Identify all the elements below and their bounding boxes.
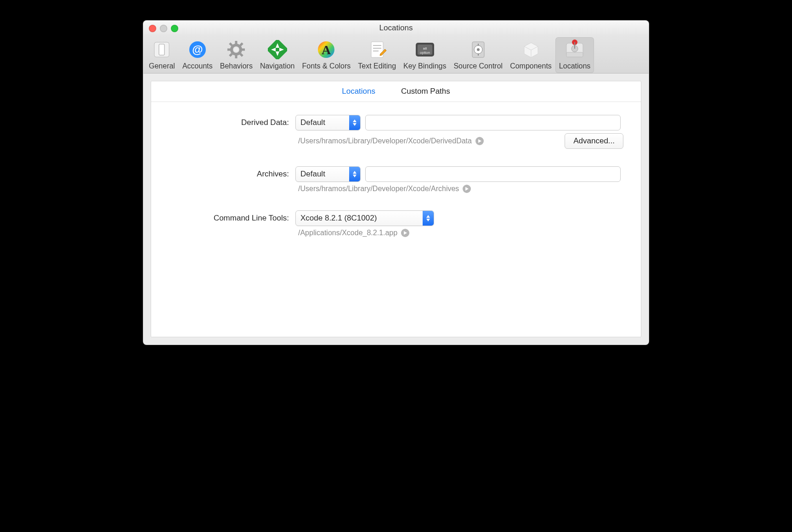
archives-path: /Users/hramos/Library/Developer/Xcode/Ar… xyxy=(295,185,621,193)
svg-point-32 xyxy=(477,48,480,51)
svg-line-9 xyxy=(230,43,232,45)
fontcolor-icon: A xyxy=(316,39,337,60)
svg-marker-44 xyxy=(478,139,481,143)
close-window-button[interactable] xyxy=(149,25,156,32)
popup-stepper-icon xyxy=(349,115,360,130)
archives-pathline: /Users/hramos/Library/Developer/Xcode/Ar… xyxy=(166,185,626,193)
toolbar-navigation[interactable]: Navigation xyxy=(256,37,299,73)
svg-text:@: @ xyxy=(192,43,203,56)
toolbar-accounts[interactable]: @ Accounts xyxy=(179,37,216,73)
svg-marker-49 xyxy=(426,219,430,221)
archives-popup[interactable]: Default xyxy=(295,166,361,182)
toolbar-source-control[interactable]: Source Control xyxy=(450,37,506,73)
subtab-locations[interactable]: Locations xyxy=(342,87,375,96)
toolbar-locations[interactable]: Locations xyxy=(555,37,594,73)
svg-marker-46 xyxy=(353,175,356,177)
preferences-window: Locations General @ Accounts xyxy=(143,20,649,345)
toolbar-label: Locations xyxy=(559,62,591,70)
svg-rect-14 xyxy=(268,40,287,59)
svg-point-13 xyxy=(234,47,238,52)
toolbar-label: Key Bindings xyxy=(403,62,446,70)
minimize-window-button[interactable] xyxy=(160,25,167,32)
toolbar-key-bindings[interactable]: alt option Key Bindings xyxy=(400,37,450,73)
toolbar-behaviors[interactable]: Behaviors xyxy=(216,37,256,73)
svg-marker-47 xyxy=(465,187,469,191)
derived-data-popup[interactable]: Default xyxy=(295,115,361,130)
toolbar-label: Fonts & Colors xyxy=(302,62,351,70)
reveal-in-finder-icon[interactable] xyxy=(463,185,471,193)
svg-marker-48 xyxy=(426,215,430,218)
toolbar-label: Navigation xyxy=(260,62,295,70)
path-text: /Users/hramos/Library/Developer/Xcode/De… xyxy=(298,137,472,145)
textedit-icon xyxy=(367,39,388,60)
svg-marker-45 xyxy=(353,171,356,174)
button-label: Advanced... xyxy=(573,136,615,146)
svg-text:alt: alt xyxy=(423,46,427,51)
svg-text:option: option xyxy=(420,51,430,55)
toolbar-text-editing[interactable]: Text Editing xyxy=(354,37,400,73)
popup-value: Xcode 8.2.1 (8C1002) xyxy=(296,211,423,226)
clt-label: Command Line Tools: xyxy=(166,214,290,223)
svg-marker-50 xyxy=(404,231,407,235)
popup-stepper-icon xyxy=(349,167,360,181)
toolbar-label: Components xyxy=(510,62,552,70)
locations-form: Derived Data: Default /Users/hramos/ xyxy=(151,102,641,250)
toolbar-fonts-colors[interactable]: A Fonts & Colors xyxy=(299,37,355,73)
subtab-bar: Locations Custom Paths xyxy=(151,81,641,102)
clt-pathline: /Applications/Xcode_8.2.1.app xyxy=(166,229,626,237)
toolbar-label: Accounts xyxy=(182,62,213,70)
zoom-window-button[interactable] xyxy=(171,25,178,32)
svg-marker-42 xyxy=(353,119,356,122)
popup-stepper-icon xyxy=(423,211,434,226)
scm-icon xyxy=(468,39,489,60)
toolbar-label: Source Control xyxy=(453,62,503,70)
svg-rect-38 xyxy=(566,52,583,57)
toolbar-label: Behaviors xyxy=(220,62,253,70)
window-controls xyxy=(149,25,178,32)
reveal-in-finder-icon[interactable] xyxy=(401,229,409,237)
path-text: /Applications/Xcode_8.2.1.app xyxy=(298,229,397,237)
at-icon: @ xyxy=(187,39,208,60)
svg-rect-41 xyxy=(574,42,575,49)
disk-icon xyxy=(564,39,585,60)
preferences-toolbar: General @ Accounts xyxy=(143,35,649,74)
popup-value: Default xyxy=(296,115,349,130)
derived-data-custom-field[interactable] xyxy=(365,115,621,130)
clt-path: /Applications/Xcode_8.2.1.app xyxy=(295,229,621,237)
reveal-in-finder-icon[interactable] xyxy=(475,137,484,145)
window-title: Locations xyxy=(143,23,649,33)
titlebar: Locations xyxy=(143,21,649,35)
keycap-icon: alt option xyxy=(414,39,436,60)
toolbar-general[interactable]: General xyxy=(145,37,179,73)
clt-popup[interactable]: Xcode 8.2.1 (8C1002) xyxy=(295,210,434,226)
package-icon xyxy=(520,39,542,60)
clt-row: Command Line Tools: Xcode 8.2.1 (8C1002) xyxy=(166,210,626,226)
svg-line-12 xyxy=(230,54,232,56)
archives-label: Archives: xyxy=(166,170,290,179)
toolbar-label: General xyxy=(149,62,175,70)
derived-data-advanced-button[interactable]: Advanced... xyxy=(565,133,623,149)
svg-marker-43 xyxy=(353,123,356,126)
derived-data-row: Derived Data: Default xyxy=(166,115,626,130)
device-icon xyxy=(151,39,172,60)
content-area: Locations Custom Paths Derived Data: Def… xyxy=(143,74,649,345)
derived-data-pathline: /Users/hramos/Library/Developer/Xcode/De… xyxy=(166,133,626,149)
toolbar-components[interactable]: Components xyxy=(506,37,555,73)
content-panel: Locations Custom Paths Derived Data: Def… xyxy=(151,81,641,337)
svg-rect-1 xyxy=(159,44,164,55)
popup-value: Default xyxy=(296,167,349,181)
derived-data-path: /Users/hramos/Library/Developer/Xcode/De… xyxy=(295,137,559,145)
gear-icon xyxy=(226,39,247,60)
derived-data-label: Derived Data: xyxy=(166,118,290,127)
toolbar-label: Text Editing xyxy=(358,62,396,70)
svg-text:A: A xyxy=(322,43,331,57)
svg-line-10 xyxy=(240,54,243,56)
archives-custom-field[interactable] xyxy=(365,166,621,182)
svg-line-11 xyxy=(240,43,243,45)
subtab-custom-paths[interactable]: Custom Paths xyxy=(401,87,450,96)
path-text: /Users/hramos/Library/Developer/Xcode/Ar… xyxy=(298,185,459,193)
compass-icon xyxy=(267,39,288,60)
archives-row: Archives: Default xyxy=(166,166,626,182)
